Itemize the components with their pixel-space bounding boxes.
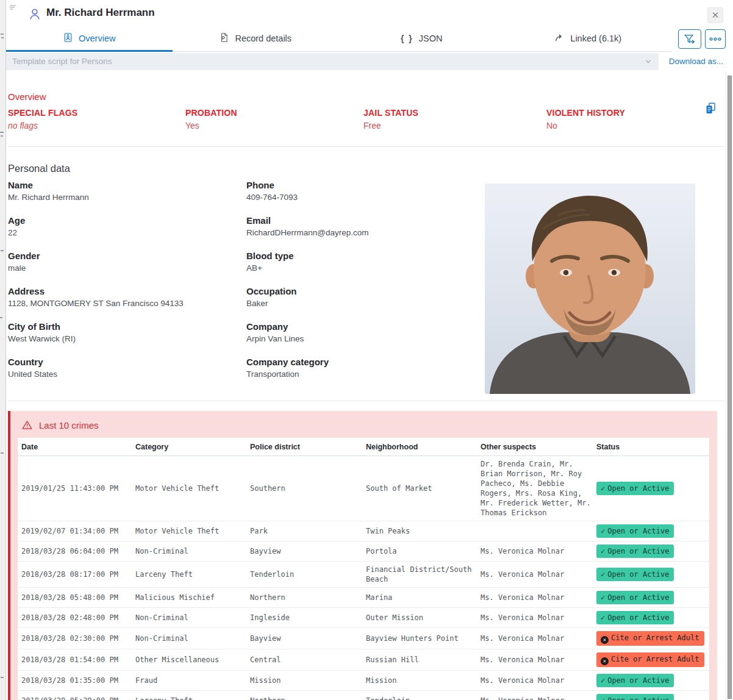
overview-section-heading: Overview	[8, 91, 724, 102]
status-badge: ✓Open or Active	[596, 482, 674, 495]
record-modal: Mr. Richard Herrmann ✕ Overview	[6, 0, 733, 700]
cell-police-district: Southern	[246, 456, 362, 521]
warning-triangle-icon	[21, 420, 33, 430]
personal-col-right: Phone409-764-7093EmailRichardDHerrmann@d…	[246, 180, 485, 392]
field-email: EmailRichardDHerrmann@dayrep.com	[246, 215, 485, 251]
circle-x-icon: ✕	[601, 657, 609, 665]
cell-category: Larceny Theft	[132, 691, 246, 700]
flag-value: No	[546, 121, 724, 130]
share-arrow-icon	[554, 32, 565, 45]
crimes-panel: Last 10 crimes DateCategoryPolice distri…	[8, 411, 717, 700]
flag-value: Yes	[185, 121, 363, 130]
cell-date: 2018/03/28 05:29:00 PM	[18, 691, 132, 700]
cell-category: Larceny Theft	[132, 562, 246, 588]
filter-export-button[interactable]	[678, 29, 701, 49]
field-value: Mr. Richard Herrmann	[8, 193, 246, 202]
field-value: West Warwick (RI)	[8, 334, 246, 343]
field-label: Occupation	[246, 286, 485, 296]
cell-other-suspects: Ms. Veronica Molnar	[477, 562, 593, 588]
flag-label: JAIL STATUS	[363, 108, 546, 118]
copy-to-clipboard-icon[interactable]	[704, 102, 717, 118]
more-options-button[interactable]	[705, 29, 726, 49]
status-badge: ✓Open or Active	[596, 545, 674, 558]
cell-other-suspects: Ms. Veronica Molnar	[477, 649, 593, 671]
flag-label: PROBATION	[185, 108, 363, 118]
tab-overview[interactable]: Overview	[6, 26, 173, 51]
cell-date: 2018/03/28 02:30:00 PM	[18, 628, 132, 649]
field-age: Age22	[8, 215, 246, 251]
cell-neighborhood: Russian Hill	[362, 649, 477, 671]
background-page-fragment	[0, 0, 6, 700]
cell-category: Motor Vehicle Theft	[132, 521, 246, 541]
check-icon: ✓	[601, 593, 605, 602]
cell-date: 2018/03/28 01:54:00 PM	[18, 649, 132, 671]
check-icon: ✓	[601, 676, 605, 685]
cell-police-district: Tenderloin	[246, 562, 362, 588]
crime-row: 2018/03/28 01:35:00 PMFraudMissionMissio…	[18, 671, 709, 691]
cell-police-district: Northern	[246, 588, 362, 608]
personal-col-left: NameMr. Richard HerrmannAge22GendermaleA…	[8, 180, 246, 392]
cell-neighborhood: South of Market	[362, 456, 477, 521]
crime-row: 2018/03/28 08:17:00 PMLarceny TheftTende…	[18, 562, 709, 588]
tab-bar: Overview Record details { } JSON	[6, 26, 671, 52]
tab-label: Record details	[235, 34, 291, 43]
field-label: Email	[246, 215, 485, 226]
braces-icon: { }	[401, 34, 413, 43]
field-label: Phone	[246, 180, 485, 190]
cell-category: Non-Criminal	[132, 541, 246, 562]
template-script-select[interactable]: Template script for Persons	[6, 53, 659, 70]
tab-linked[interactable]: Linked (6.1k)	[505, 26, 671, 51]
crime-row: 2018/03/28 06:04:00 PMNon-CriminalBayvie…	[18, 541, 709, 562]
cell-status: ✕Cite or Arrest Adult	[593, 628, 709, 649]
tab-label: Linked (6.1k)	[570, 34, 621, 43]
check-icon: ✓	[601, 484, 605, 493]
cell-other-suspects: Ms. Veronica Molnar	[477, 628, 593, 649]
field-city-of-birth: City of BirthWest Warwick (RI)	[8, 321, 246, 357]
person-icon	[28, 7, 41, 23]
crime-row: 2019/02/07 01:34:00 PMMotor Vehicle Thef…	[18, 521, 709, 541]
cell-neighborhood: Financial District/South Beach	[362, 562, 477, 588]
cell-police-district: Park	[246, 521, 362, 541]
download-as-link[interactable]: Download as...	[669, 57, 723, 66]
cell-status: ✓Open or Active	[593, 456, 709, 521]
close-button[interactable]: ✕	[707, 7, 723, 23]
status-badge: ✓Open or Active	[596, 674, 674, 687]
flag-violent-history: VIOLENT HISTORYNo	[546, 108, 724, 130]
modal-header: Mr. Richard Herrmann ✕	[6, 0, 733, 26]
field-name: NameMr. Richard Herrmann	[8, 180, 246, 215]
crime-row: 2019/01/25 11:43:00 PMMotor Vehicle Thef…	[18, 456, 709, 521]
check-icon: ✓	[601, 696, 605, 700]
check-icon: ✓	[601, 613, 605, 622]
cell-other-suspects: Ms. Veronica Molnar	[477, 608, 593, 628]
column-header-category: Category	[132, 438, 246, 456]
personal-data-heading: Personal data	[8, 163, 724, 174]
cell-category: Malicious Mischief	[132, 588, 246, 608]
crime-row: 2018/03/28 05:48:00 PMMalicious Mischief…	[18, 588, 709, 608]
cell-police-district: Northern	[246, 691, 362, 700]
cell-neighborhood: Portola	[362, 541, 477, 562]
circle-x-icon: ✕	[601, 636, 609, 644]
column-header-other-suspects: Other suspects	[477, 438, 593, 456]
scrollbar-thumb[interactable]	[728, 76, 732, 699]
tab-label: Overview	[79, 34, 115, 43]
field-country: CountryUnited States	[8, 357, 246, 392]
cell-category: Motor Vehicle Theft	[132, 456, 246, 521]
cell-neighborhood: Marina	[362, 588, 477, 608]
cell-status: ✕Cite or Arrest Adult	[593, 649, 709, 671]
cell-date: 2019/01/25 11:43:00 PM	[18, 456, 132, 521]
crime-row: 2018/03/28 02:30:00 PMNon-CriminalBayvie…	[18, 628, 709, 649]
tab-record-details[interactable]: Record details	[173, 26, 339, 51]
status-badge: ✕Cite or Arrest Adult	[596, 631, 704, 646]
cell-neighborhood: Tenderloin	[362, 691, 477, 700]
field-blood-type: Blood typeAB+	[246, 251, 485, 286]
screen: Mr. Richard Herrmann ✕ Overview	[0, 0, 733, 700]
flags-row: SPECIAL FLAGSno flagsPROBATIONYesJAIL ST…	[8, 108, 724, 130]
tab-json[interactable]: { } JSON	[338, 26, 505, 51]
cell-date: 2019/02/07 01:34:00 PM	[18, 521, 132, 541]
flag-special-flags: SPECIAL FLAGSno flags	[8, 108, 185, 130]
cell-neighborhood: Bayview Hunters Point	[362, 628, 477, 649]
crimes-heading-label: Last 10 crimes	[39, 420, 99, 430]
cell-date: 2018/03/28 02:48:00 PM	[18, 608, 132, 628]
scrollbar-track[interactable]	[726, 72, 733, 700]
cell-neighborhood: Outer Mission	[362, 608, 477, 628]
